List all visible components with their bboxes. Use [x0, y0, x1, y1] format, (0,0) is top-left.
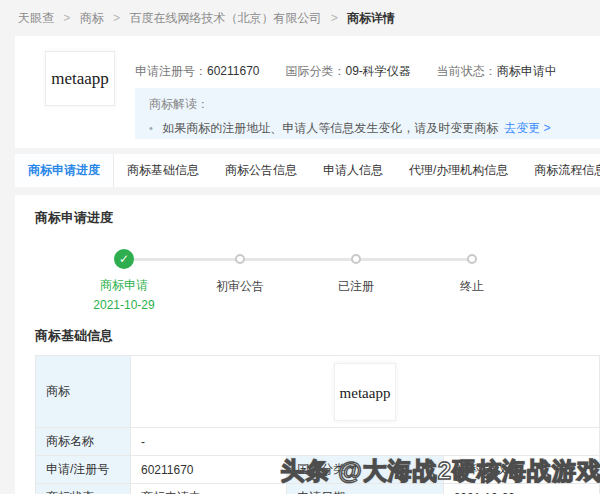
check-icon: ✓ — [114, 249, 134, 269]
breadcrumb-trademark[interactable]: 商标 — [80, 11, 104, 25]
breadcrumb-separator: > — [63, 11, 70, 25]
trademark-logo-image: metaapp — [45, 51, 115, 106]
step-label: 初审公告 — [180, 278, 300, 295]
page: 天眼查 > 商标 > 百度在线网络技术（北京）有限公司 > 商标详情 metaa… — [0, 0, 600, 494]
breadcrumb-home[interactable]: 天眼查 — [18, 11, 54, 25]
tab-trademark-progress[interactable]: 商标申请进度 — [15, 154, 114, 187]
international-class-field: 国际分类：09-科学仪器 — [286, 63, 411, 80]
trademark-logo-text: metaapp — [51, 69, 109, 89]
step-preliminary-announcement: 初审公告 — [180, 235, 300, 295]
table-row: 商标 metaapp — [36, 356, 600, 428]
breadcrumb-current: 商标详情 — [347, 11, 395, 25]
step-date: 2021-10-29 — [64, 298, 184, 312]
tab-basic-info[interactable]: 商标基础信息 — [114, 154, 212, 187]
step-trademark-application: ✓ 商标申请 2021-10-29 — [64, 235, 184, 312]
tab-process-info[interactable]: 商标流程信息 — [521, 154, 600, 187]
tab-announcement-info[interactable]: 商标公告信息 — [212, 154, 310, 187]
table-row: 商标名称 - — [36, 428, 600, 456]
current-status-field: 当前状态：商标申请中 — [437, 63, 557, 80]
field-label: 申请注册号： — [135, 64, 207, 78]
content-card: 商标申请进度 ✓ 商标申请 2021-10-29 初审公告 已注册 终止 商标基… — [15, 195, 600, 494]
breadcrumb-company[interactable]: 百度在线网络技术（北京）有限公司 — [129, 11, 321, 25]
step-label: 终止 — [412, 278, 532, 295]
field-label: 国际分类： — [286, 64, 346, 78]
row-label: 商标状态 — [36, 484, 131, 494]
registration-number-field: 申请注册号：60211670 — [135, 63, 260, 80]
step-pending-icon — [351, 254, 361, 264]
tab-applicant-info[interactable]: 申请人信息 — [310, 154, 396, 187]
row-label: 商标名称 — [36, 428, 131, 456]
breadcrumb-separator: > — [113, 11, 120, 25]
field-value: 60211670 — [207, 64, 260, 78]
row-label: 申请/注册号 — [36, 456, 131, 484]
row-label: 商标 — [36, 356, 131, 428]
row-value: - — [131, 428, 600, 456]
interpretation-text: 如果商标的注册地址、申请人等信息发生变化，请及时变更商标 — [162, 121, 498, 135]
row-value: 商标申请中 — [131, 484, 287, 494]
progress-stepper: ✓ 商标申请 2021-10-29 初审公告 已注册 终止 — [35, 235, 600, 311]
tab-agency-info[interactable]: 代理/办理机构信息 — [396, 154, 521, 187]
interpretation-bullet: 如果商标的注册地址、申请人等信息发生变化，请及时变更商标去变更 > — [149, 120, 586, 137]
field-label: 当前状态： — [437, 64, 497, 78]
step-terminated: 终止 — [412, 235, 532, 295]
go-change-link[interactable]: 去变更 > — [504, 121, 550, 135]
trademark-image-cell: metaapp — [131, 356, 600, 428]
breadcrumb: 天眼查 > 商标 > 百度在线网络技术（北京）有限公司 > 商标详情 — [0, 0, 600, 36]
row-value: 60211670 — [131, 456, 287, 484]
step-pending-icon — [235, 254, 245, 264]
interpretation-title: 商标解读： — [149, 96, 586, 113]
field-value: 商标申请中 — [497, 64, 557, 78]
step-registered: 已注册 — [296, 235, 416, 295]
trademark-image: metaapp — [334, 363, 396, 421]
step-label: 已注册 — [296, 278, 416, 295]
header-fields: 申请注册号：60211670 国际分类：09-科学仪器 当前状态：商标申请中 — [135, 63, 557, 80]
interpretation-box: 商标解读： 如果商标的注册地址、申请人等信息发生变化，请及时变更商标去变更 > — [135, 88, 600, 139]
step-pending-icon — [467, 254, 477, 264]
video-watermark: 头条 @大海战2硬核海战游戏 — [281, 455, 600, 487]
breadcrumb-separator: > — [331, 11, 338, 25]
trademark-header-card: metaapp 申请注册号：60211670 国际分类：09-科学仪器 当前状态… — [15, 36, 600, 148]
step-label: 商标申请 — [64, 277, 184, 294]
progress-section-title: 商标申请进度 — [35, 209, 600, 227]
basic-info-section-title: 商标基础信息 — [35, 327, 600, 345]
tab-bar: 商标申请进度 商标基础信息 商标公告信息 申请人信息 代理/办理机构信息 商标流… — [15, 154, 600, 187]
field-value: 09-科学仪器 — [346, 64, 411, 78]
